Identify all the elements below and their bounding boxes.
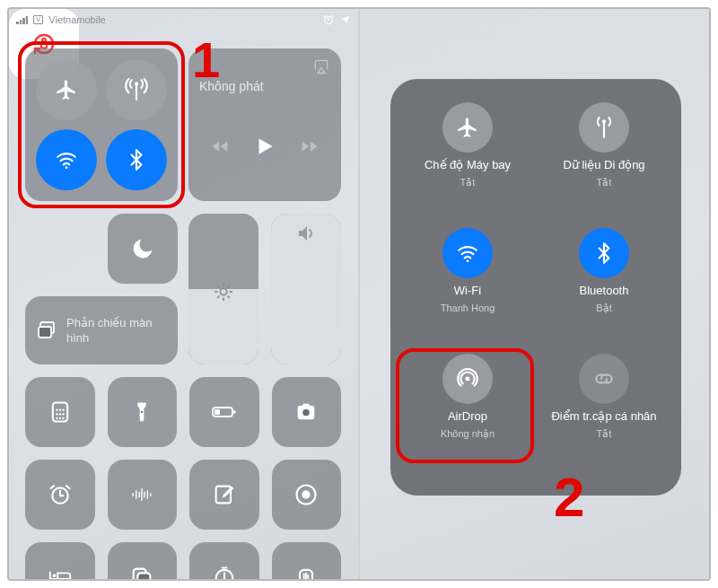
cellular-label: Dữ liệu Di động <box>563 158 644 171</box>
camera-button[interactable] <box>272 377 342 447</box>
voice-memo-button[interactable] <box>108 460 178 530</box>
sleep-button[interactable] <box>25 542 95 579</box>
svg-rect-32 <box>233 410 236 414</box>
svg-point-9 <box>220 288 226 294</box>
svg-point-50 <box>52 574 56 577</box>
hotspot-status: Tắt <box>597 428 612 440</box>
cellular-data-toggle[interactable] <box>106 59 167 120</box>
bluetooth-label: Bluetooth <box>580 284 629 297</box>
svg-point-25 <box>59 413 61 415</box>
next-track-button[interactable] <box>301 137 319 155</box>
bluetooth-item[interactable]: Bluetooth Bật <box>536 223 672 348</box>
compose-icon <box>212 482 237 507</box>
wifi-status: Thanh Hong <box>441 303 495 313</box>
airdrop-label: AirDrop <box>448 409 487 423</box>
waveform-icon <box>129 482 154 507</box>
battery-icon <box>212 399 237 425</box>
airplane-icon <box>456 116 479 139</box>
wifi-icon <box>55 148 78 171</box>
connectivity-expanded-module: Chế độ Máy bay Tắt Dữ liệu Di động Tắt W… <box>390 79 681 496</box>
svg-point-34 <box>303 409 310 416</box>
svg-point-24 <box>56 413 57 415</box>
svg-point-62 <box>467 259 469 262</box>
cell-tower-icon <box>592 116 616 139</box>
timer-button[interactable] <box>189 542 259 579</box>
svg-rect-33 <box>215 409 220 415</box>
bluetooth-toggle[interactable] <box>106 129 167 190</box>
svg-point-6 <box>66 166 68 169</box>
svg-rect-19 <box>39 327 51 338</box>
annotation-1: 1 <box>192 31 220 89</box>
svg-line-39 <box>66 486 70 488</box>
hotspot-label: Điểm tr.cập cá nhân <box>551 409 656 423</box>
wifi-icon <box>456 241 479 265</box>
do-not-disturb-toggle[interactable] <box>108 214 178 284</box>
bluetooth-icon <box>125 148 148 171</box>
svg-rect-52 <box>138 573 151 579</box>
carrier-label: Vietnamobile <box>48 14 105 25</box>
wifi-toggle[interactable] <box>36 129 97 190</box>
wifi-item[interactable]: Wi-Fi Thanh Hong <box>399 223 536 348</box>
sun-icon <box>214 282 233 302</box>
wifi-label: Wi-Fi <box>454 284 481 297</box>
shortcut-grid <box>25 377 341 579</box>
cellular-status: Tắt <box>597 177 612 189</box>
svg-point-26 <box>62 413 64 415</box>
airplay-icon[interactable] <box>312 57 330 75</box>
airplane-mode-toggle[interactable] <box>36 59 97 120</box>
screen-mirror-icon <box>36 320 57 341</box>
svg-point-23 <box>62 409 64 411</box>
svg-point-30 <box>141 411 143 413</box>
svg-point-27 <box>56 417 57 419</box>
airdrop-icon <box>456 367 479 391</box>
shortcut-button[interactable] <box>108 542 178 579</box>
play-button[interactable] <box>253 135 276 158</box>
status-bar: V Vietnamobile <box>9 9 358 31</box>
airplane-icon <box>55 78 78 101</box>
notes-button[interactable] <box>189 460 259 530</box>
speaker-icon <box>295 223 317 244</box>
svg-marker-7 <box>318 68 325 74</box>
record-icon <box>293 482 319 507</box>
flashlight-button[interactable] <box>108 377 178 447</box>
cell-tower-icon <box>125 78 148 101</box>
brightness-slider[interactable] <box>188 214 258 364</box>
hotspot-item[interactable]: Điểm tr.cập cá nhân Tắt <box>536 348 672 474</box>
carrier-indicator: V <box>33 15 43 24</box>
hearing-icon <box>293 565 319 579</box>
svg-line-14 <box>218 286 219 287</box>
svg-line-38 <box>50 486 54 488</box>
svg-line-15 <box>228 296 229 297</box>
svg-line-16 <box>218 296 219 297</box>
moon-icon <box>130 236 155 261</box>
svg-point-49 <box>302 490 311 498</box>
hearing-button[interactable] <box>272 542 342 579</box>
alarm-button[interactable] <box>25 460 95 530</box>
airdrop-status: Không nhận <box>441 428 495 440</box>
location-status-icon <box>340 14 351 25</box>
control-center-expanded: Chế độ Máy bay Tắt Dữ liệu Di động Tắt W… <box>360 9 709 579</box>
svg-point-28 <box>59 417 61 419</box>
low-power-button[interactable] <box>189 377 259 447</box>
connectivity-module[interactable] <box>25 48 178 201</box>
screen-mirroring-button[interactable]: Phản chiếu màn hình <box>25 296 178 364</box>
svg-rect-8 <box>41 42 47 48</box>
svg-point-21 <box>56 409 57 411</box>
annotation-2: 2 <box>554 465 584 529</box>
screen-record-button[interactable] <box>272 460 342 530</box>
link-icon <box>592 367 616 391</box>
svg-line-3 <box>331 15 333 17</box>
airplane-mode-item[interactable]: Chế độ Máy bay Tắt <box>399 97 536 223</box>
previous-track-button[interactable] <box>211 137 229 155</box>
volume-slider[interactable] <box>271 214 341 364</box>
control-center-compact: V Vietnamobile <box>9 9 360 579</box>
airdrop-item[interactable]: AirDrop Không nhận <box>399 348 536 474</box>
calculator-button[interactable] <box>25 377 95 447</box>
svg-line-17 <box>228 286 229 287</box>
svg-point-22 <box>59 409 61 411</box>
cellular-data-item[interactable]: Dữ liệu Di động Tắt <box>536 97 672 223</box>
signal-bars-icon <box>16 15 28 24</box>
camera-icon <box>293 399 319 425</box>
bluetooth-status: Bật <box>596 303 611 314</box>
screen-mirror-label: Phản chiếu màn hình <box>66 315 167 346</box>
